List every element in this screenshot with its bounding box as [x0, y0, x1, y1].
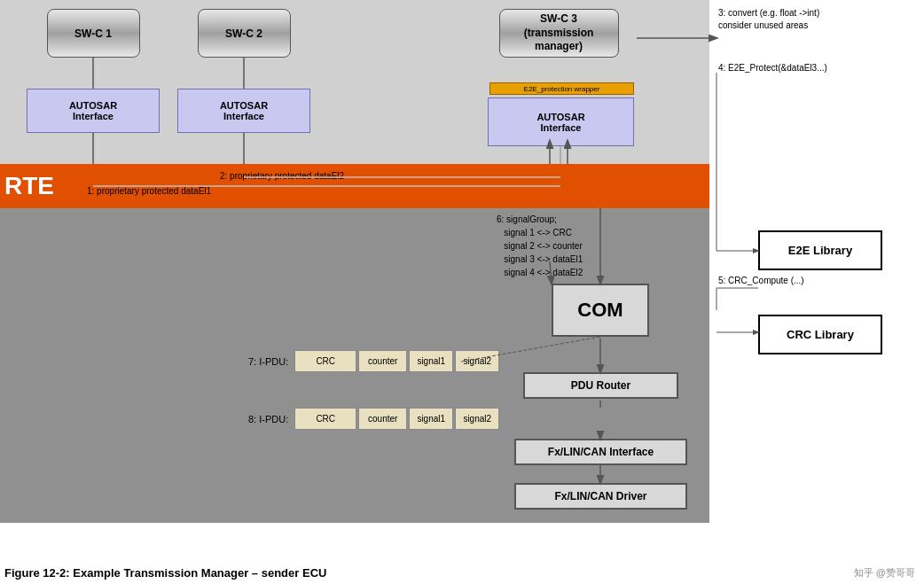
fxlin-interface-box: Fx/LIN/CAN Interface — [514, 439, 687, 465]
ann1-text: 3: convert (e.g. float ->int)consider un… — [718, 8, 819, 30]
com-label: COM — [577, 299, 623, 322]
rte-line1-label: 1: proprietary protected dataEl1 — [84, 185, 214, 197]
autosar2-label: AUTOSARInterface — [220, 100, 268, 121]
annotation-2: 4: E2E_Protect(&dataEl3...) — [718, 62, 913, 74]
main-container: SW-C 1 SW-C 2 SW-C 3 (transmission manag… — [0, 0, 924, 584]
e2e-lib-label: E2E Library — [788, 244, 852, 257]
fxlin-interface-label: Fx/LIN/CAN Interface — [548, 446, 654, 458]
swc3-box: SW-C 3 (transmission manager) — [497, 9, 621, 58]
crc-lib-label: CRC Library — [787, 328, 854, 341]
rte-line2-label: 2: proprietary protected dataEl2 — [217, 170, 347, 182]
pdu-router-box: PDU Router — [523, 372, 678, 399]
fxlin-driver-box: Fx/LIN/CAN Driver — [514, 483, 687, 510]
swc1-cylinder: SW-C 1 — [47, 9, 140, 58]
ipdu-row-2: 8: I-PDU: CRC counter signal1 signal2 — [248, 408, 499, 430]
swc1-box: SW-C 1 — [44, 9, 142, 58]
e2e-wrapper-label: E2E_protection wrapper — [524, 85, 600, 93]
swc1-label: SW-C 1 — [74, 27, 112, 40]
crc-library-box: CRC Library — [758, 315, 882, 354]
autosar-interface-1: AUTOSARInterface — [27, 89, 160, 133]
swc2-cylinder: SW-C 2 — [198, 9, 291, 58]
ipdu1-counter: counter — [358, 350, 407, 372]
rte-label: RTE — [4, 164, 54, 208]
ipdu1-signal1: signal1 — [409, 350, 453, 372]
annotation-1: 3: convert (e.g. float ->int)consider un… — [718, 7, 913, 32]
ipdu1-signal2: signal2 — [455, 350, 499, 372]
signal-group-text: 6: signalGroup; signal 1 <-> CRC signal … — [497, 214, 583, 277]
pdu-router-label: PDU Router — [571, 379, 630, 392]
watermark-text: 知乎 @赞哥哥 — [854, 567, 915, 578]
swc3-line3: manager) — [524, 40, 594, 54]
swc2-label: SW-C 2 — [225, 27, 262, 40]
watermark: 知乎 @赞哥哥 — [854, 566, 915, 580]
ann2-text: 4: E2E_Protect(&dataEl3...) — [718, 63, 827, 73]
swc3-cylinder: SW-C 3 (transmission manager) — [499, 9, 619, 58]
swc3-line1: SW-C 3 — [524, 12, 594, 27]
signal-group-annotation: 6: signalGroup; signal 1 <-> CRC signal … — [497, 213, 583, 279]
caption-text: Figure 12-2: Example Transmission Manage… — [4, 566, 326, 580]
autosar1-label: AUTOSARInterface — [69, 100, 117, 121]
caption: Figure 12-2: Example Transmission Manage… — [4, 566, 326, 580]
ipdu2-signal1: signal1 — [409, 408, 453, 430]
ann3-text: 5: CRC_Compute (...) — [718, 276, 804, 285]
autosar-interface-3: AUTOSARInterface — [488, 97, 634, 146]
ipdu-row-1: 7: I-PDU: CRC counter signal1 signal2 — [248, 350, 499, 372]
ipdu1-label: 7: I-PDU: — [248, 356, 288, 367]
annotation-3: 5: CRC_Compute (...) — [718, 275, 913, 287]
swc2-box: SW-C 2 — [195, 9, 293, 58]
ipdu2-crc: CRC — [294, 408, 356, 430]
ipdu2-counter: counter — [358, 408, 407, 430]
ipdu1-crc: CRC — [294, 350, 356, 372]
swc3-line2: (transmission — [524, 27, 594, 41]
e2e-library-box: E2E Library — [758, 230, 882, 270]
e2e-wrapper: E2E_protection wrapper — [489, 82, 634, 95]
autosar-interface-2: AUTOSARInterface — [177, 89, 310, 133]
autosar3-label: AUTOSARInterface — [536, 112, 584, 133]
com-box: COM — [552, 284, 649, 337]
fxlin-driver-label: Fx/LIN/CAN Driver — [554, 490, 646, 502]
ipdu2-label: 8: I-PDU: — [248, 414, 288, 424]
ipdu2-signal2: signal2 — [455, 408, 499, 430]
